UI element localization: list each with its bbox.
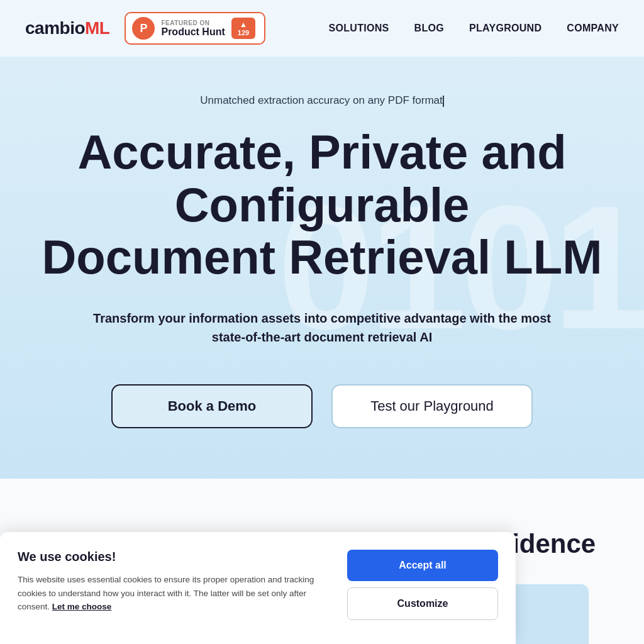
cookie-let-me-choose-link[interactable]: Let me choose [52, 602, 112, 611]
cookie-text: This website uses essential cookies to e… [18, 573, 328, 614]
logo-cambio: cambio [25, 18, 85, 38]
ph-icon-letter: P [140, 22, 147, 35]
ph-text-block: FEATURED ON Product Hunt [161, 19, 225, 38]
cookie-banner: We use cookies! This website uses essent… [0, 532, 516, 644]
cookie-right: Accept all Customize [347, 550, 498, 620]
test-playground-button[interactable]: Test our Playground [331, 384, 533, 428]
book-demo-button[interactable]: Book a Demo [111, 384, 313, 428]
cookie-left: We use cookies! This website uses essent… [18, 550, 347, 626]
cookie-customize-button[interactable]: Customize [347, 587, 498, 620]
product-hunt-icon: P [132, 17, 155, 40]
hero-description: Transform your information assets into c… [83, 309, 561, 347]
cursor-blink [443, 96, 444, 107]
logo-ml: ML [85, 18, 109, 38]
nav-playground[interactable]: PLAYGROUND [469, 23, 541, 34]
navbar: cambioML P FEATURED ON Product Hunt ▲ 12… [0, 0, 644, 57]
hero-title-line2: Document Retrieval LLM [42, 230, 602, 284]
ph-upvote-count: 129 [238, 29, 249, 36]
ph-featured-label: FEATURED ON [161, 19, 225, 26]
nav-company[interactable]: COMPANY [567, 23, 619, 34]
nav-blog[interactable]: BLOG [414, 23, 444, 34]
logo-text: cambioML [25, 18, 109, 38]
ph-arrow-icon: ▲ [240, 20, 247, 29]
cookie-title: We use cookies! [18, 550, 328, 564]
hero-subtitle: Unmatched extraction accuracy on any PDF… [25, 94, 619, 107]
logo[interactable]: cambioML [25, 18, 109, 38]
hero-section: 0101 Unmatched extraction accuracy on an… [0, 57, 644, 479]
hero-content: Unmatched extraction accuracy on any PDF… [25, 94, 619, 428]
nav-links: SOLUTIONS BLOG PLAYGROUND COMPANY [329, 23, 619, 34]
ph-upvote[interactable]: ▲ 129 [231, 18, 255, 39]
ph-name: Product Hunt [161, 26, 225, 38]
cookie-content: We use cookies! This website uses essent… [18, 550, 498, 626]
cookie-overlay: We use cookies! This website uses essent… [0, 532, 644, 644]
hero-title: Accurate, Private and Configurable Docum… [25, 126, 619, 284]
hero-title-line1: Accurate, Private and Configurable [77, 125, 566, 231]
hero-subtitle-text: Unmatched extraction accuracy on any PDF… [200, 94, 443, 106]
hero-buttons: Book a Demo Test our Playground [25, 384, 619, 428]
nav-solutions[interactable]: SOLUTIONS [329, 23, 389, 34]
cookie-accept-button[interactable]: Accept all [347, 550, 498, 581]
product-hunt-badge[interactable]: P FEATURED ON Product Hunt ▲ 129 [125, 12, 265, 45]
